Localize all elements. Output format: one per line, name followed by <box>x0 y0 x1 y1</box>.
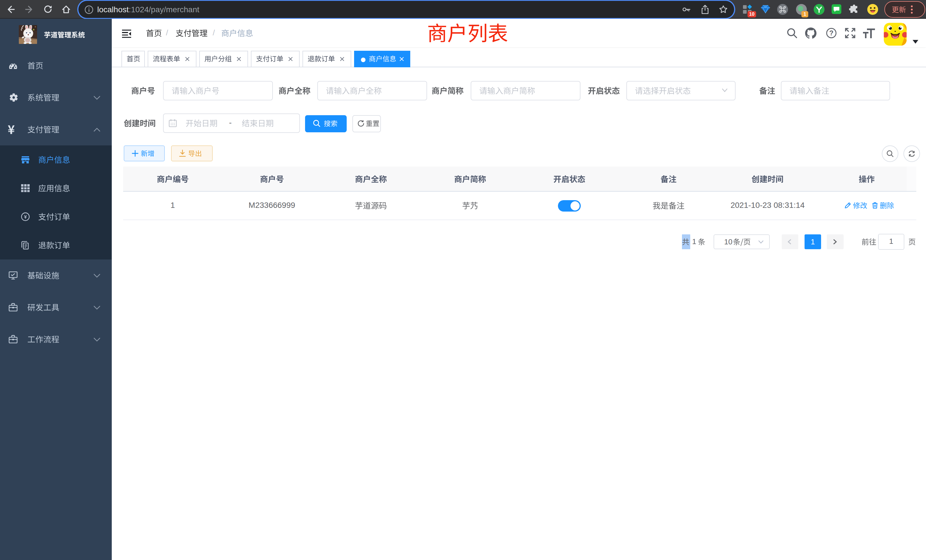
svg-text:?: ? <box>829 29 834 37</box>
